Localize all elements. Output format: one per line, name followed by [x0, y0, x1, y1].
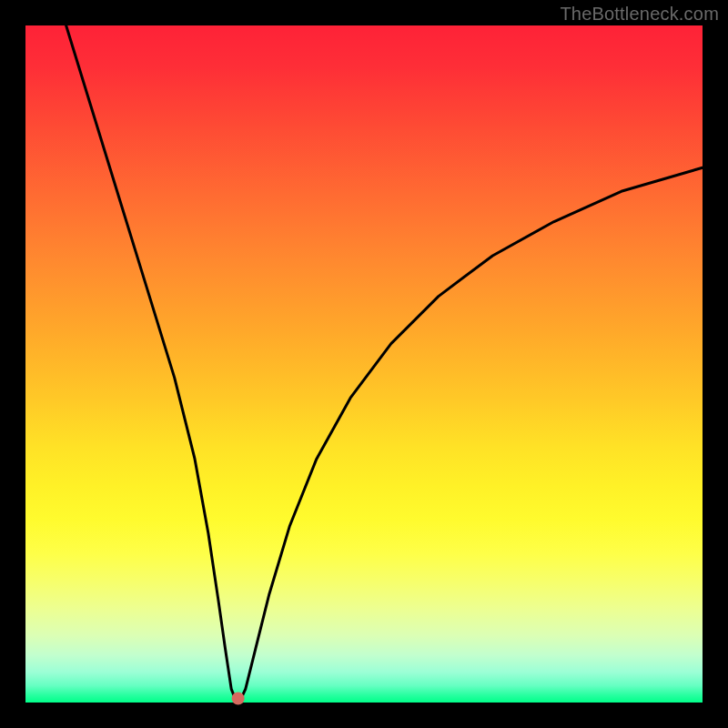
watermark-text: TheBottleneck.com [560, 4, 719, 25]
curve-layer [25, 25, 703, 703]
chart-frame: TheBottleneck.com [0, 0, 728, 728]
plot-area [25, 25, 703, 703]
minimum-marker [232, 693, 245, 705]
bottleneck-curve [66, 25, 703, 699]
